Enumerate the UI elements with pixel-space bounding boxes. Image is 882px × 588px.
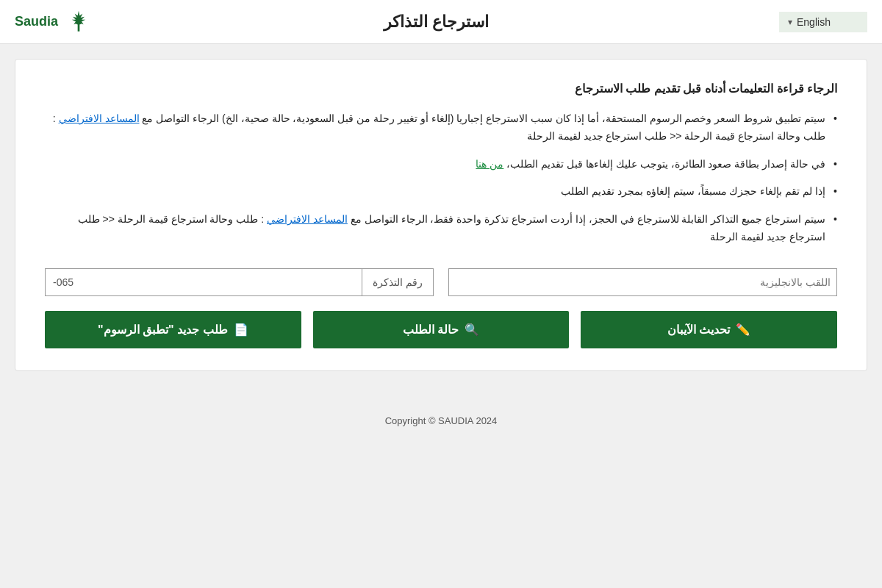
svg-point-2 xyxy=(76,21,82,24)
instructions-header: الرجاء قراءة التعليمات أدناه قبل تقديم ط… xyxy=(45,82,837,96)
instructions-list: سيتم تطبيق شروط السعر وخصم الرسوم المستح… xyxy=(45,110,837,246)
new-request-icon: 📄 xyxy=(234,323,248,337)
lastname-input-wrapper xyxy=(448,268,837,296)
update-iban-button[interactable]: ✏️ تحديث الآيبان xyxy=(581,311,837,348)
new-request-button[interactable]: 📄 طلب جديد "تطبق الرسوم" xyxy=(45,311,301,348)
cancel-boarding-link[interactable]: من هنا xyxy=(476,158,503,170)
page-title: استرجاع التذاكر xyxy=(93,12,779,32)
svg-rect-1 xyxy=(78,24,80,32)
lang-arrow-icon: ▾ xyxy=(788,17,792,27)
check-status-label: حالة الطلب xyxy=(403,323,459,337)
update-iban-icon: ✏️ xyxy=(736,323,750,337)
form-section: رقم التذكرة 065- xyxy=(45,268,837,296)
ticket-label: رقم التذكرة xyxy=(362,269,433,295)
language-selector[interactable]: ▾ English xyxy=(779,12,867,32)
copyright-text: Copyright © SAUDIA 2024 xyxy=(385,415,498,426)
header: ▾ English استرجاع التذاكر Saudia xyxy=(0,0,882,44)
language-label: English xyxy=(797,16,831,28)
ticket-number-input[interactable] xyxy=(81,269,362,295)
main-content: الرجاء قراءة التعليمات أدناه قبل تقديم ط… xyxy=(0,44,882,386)
ticket-field-group: رقم التذكرة 065- xyxy=(45,268,434,296)
instruction-item-3: إذا لم تقم بإلغاء حجزك مسبقاً، سيتم إلغا… xyxy=(45,183,837,201)
update-iban-label: تحديث الآيبان xyxy=(667,323,730,337)
logo-text: Saudia xyxy=(15,14,58,29)
lastname-input[interactable] xyxy=(449,269,836,295)
ticket-input-wrapper: رقم التذكرة 065- xyxy=(45,268,434,296)
new-request-label: طلب جديد "تطبق الرسوم" xyxy=(98,323,228,337)
logo: Saudia xyxy=(15,7,93,37)
check-status-button[interactable]: 🔍 حالة الطلب xyxy=(313,311,570,348)
instruction-item-1: سيتم تطبيق شروط السعر وخصم الرسوم المستح… xyxy=(45,110,837,146)
check-status-icon: 🔍 xyxy=(465,323,479,337)
instruction-item-2: في حالة إصدار بطاقة صعود الطائرة، يتوجب … xyxy=(45,156,837,173)
saudia-logo-icon xyxy=(64,7,93,37)
content-card: الرجاء قراءة التعليمات أدناه قبل تقديم ط… xyxy=(15,59,867,371)
lastname-field-group xyxy=(448,268,837,296)
instruction-item-4: سيتم استرجاع جميع التذاكر القابلة للاستر… xyxy=(45,211,837,246)
virtual-assistant-link-1[interactable]: المساعد الافتراضي xyxy=(59,112,140,124)
buttons-section: ✏️ تحديث الآيبان 🔍 حالة الطلب 📄 طلب جديد… xyxy=(45,311,837,348)
ticket-prefix: 065- xyxy=(46,269,81,295)
footer: Copyright © SAUDIA 2024 xyxy=(0,401,882,441)
virtual-assistant-link-2[interactable]: المساعد الافتراضي xyxy=(267,213,348,225)
